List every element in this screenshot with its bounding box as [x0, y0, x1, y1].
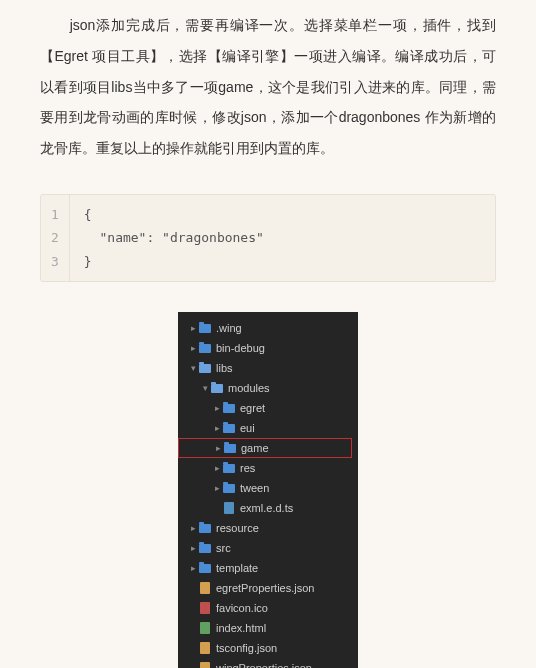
chevron-right-icon: ▸: [188, 563, 198, 573]
code-content: { "name": "dragonbones" }: [70, 195, 495, 281]
code-line: "name": "dragonbones": [84, 226, 481, 249]
chevron-right-icon: ▸: [212, 423, 222, 433]
tree-item-tsconfig[interactable]: tsconfig.json: [178, 638, 358, 658]
chevron-right-icon: ▸: [188, 523, 198, 533]
chevron-right-icon: ▸: [212, 483, 222, 493]
tree-label: libs: [216, 362, 233, 374]
file-json-icon: [198, 642, 212, 654]
tree-item-egretprops[interactable]: egretProperties.json: [178, 578, 358, 598]
chevron-right-icon: ▸: [213, 443, 223, 453]
tree-label: .wing: [216, 322, 242, 334]
file-tree-container: ▸ .wing ▸ bin-debug ▾ libs ▾ modules ▸ e…: [40, 312, 496, 668]
tree-label: res: [240, 462, 255, 474]
tree-label: index.html: [216, 622, 266, 634]
folder-icon: [198, 562, 212, 574]
tree-label: modules: [228, 382, 270, 394]
tree-item-exml[interactable]: exml.e.d.ts: [178, 498, 358, 518]
folder-icon: [223, 442, 237, 454]
chevron-right-icon: ▸: [188, 323, 198, 333]
tree-item-modules[interactable]: ▾ modules: [178, 378, 358, 398]
file-tree: ▸ .wing ▸ bin-debug ▾ libs ▾ modules ▸ e…: [178, 312, 358, 668]
tree-label: favicon.ico: [216, 602, 268, 614]
line-num: 1: [51, 203, 59, 226]
file-ico-icon: [198, 602, 212, 614]
tree-item-egret[interactable]: ▸ egret: [178, 398, 358, 418]
tree-label: tween: [240, 482, 269, 494]
folder-icon: [198, 342, 212, 354]
tree-label: game: [241, 442, 269, 454]
tree-item-index[interactable]: index.html: [178, 618, 358, 638]
body-paragraph: json添加完成后，需要再编译一次。选择菜单栏一项，插件，找到【Egret 项目…: [40, 10, 496, 164]
tree-item-tween[interactable]: ▸ tween: [178, 478, 358, 498]
folder-open-icon: [198, 362, 212, 374]
folder-icon: [222, 422, 236, 434]
line-num: 2: [51, 226, 59, 249]
tree-label: exml.e.d.ts: [240, 502, 293, 514]
folder-icon: [222, 402, 236, 414]
file-json-icon: [198, 582, 212, 594]
file-ts-icon: [222, 502, 236, 514]
file-html-icon: [198, 622, 212, 634]
tree-item-wing[interactable]: ▸ .wing: [178, 318, 358, 338]
code-line: {: [84, 203, 481, 226]
tree-label: template: [216, 562, 258, 574]
tree-label: eui: [240, 422, 255, 434]
tree-item-src[interactable]: ▸ src: [178, 538, 358, 558]
tree-item-favicon[interactable]: favicon.ico: [178, 598, 358, 618]
chevron-right-icon: ▸: [188, 543, 198, 553]
tree-label: wingProperties.json: [216, 662, 312, 668]
tree-label: resource: [216, 522, 259, 534]
tree-label: egret: [240, 402, 265, 414]
code-block: 1 2 3 { "name": "dragonbones" }: [40, 194, 496, 282]
folder-icon: [222, 462, 236, 474]
chevron-right-icon: ▸: [188, 343, 198, 353]
tree-item-game-highlighted[interactable]: ▸ game: [178, 438, 352, 458]
folder-open-icon: [210, 382, 224, 394]
tree-item-libs[interactable]: ▾ libs: [178, 358, 358, 378]
tree-item-res[interactable]: ▸ res: [178, 458, 358, 478]
line-num: 3: [51, 250, 59, 273]
chevron-right-icon: ▸: [212, 463, 222, 473]
chevron-down-icon: ▾: [188, 363, 198, 373]
line-numbers: 1 2 3: [41, 195, 70, 281]
folder-icon: [198, 542, 212, 554]
tree-label: src: [216, 542, 231, 554]
tree-item-eui[interactable]: ▸ eui: [178, 418, 358, 438]
tree-item-resource[interactable]: ▸ resource: [178, 518, 358, 538]
tree-item-wingprops[interactable]: wingProperties.json: [178, 658, 358, 668]
code-line: }: [84, 250, 481, 273]
folder-icon: [198, 322, 212, 334]
tree-label: tsconfig.json: [216, 642, 277, 654]
tree-item-bindebug[interactable]: ▸ bin-debug: [178, 338, 358, 358]
tree-item-template[interactable]: ▸ template: [178, 558, 358, 578]
tree-label: egretProperties.json: [216, 582, 314, 594]
folder-icon: [198, 522, 212, 534]
folder-icon: [222, 482, 236, 494]
chevron-down-icon: ▾: [200, 383, 210, 393]
chevron-right-icon: ▸: [212, 403, 222, 413]
tree-label: bin-debug: [216, 342, 265, 354]
file-json-icon: [198, 662, 212, 668]
